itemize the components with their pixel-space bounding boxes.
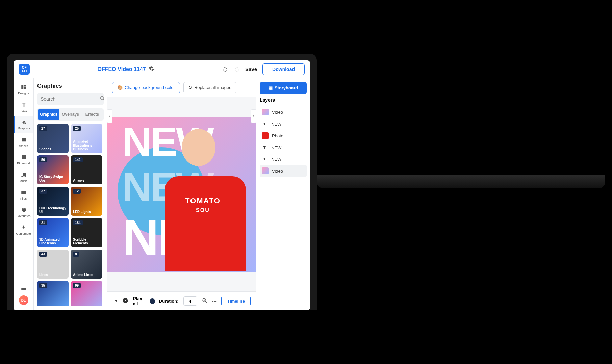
- graphics-card[interactable]: 213D Animated Line Icons: [37, 218, 69, 247]
- collapse-left-icon[interactable]: ‹: [107, 109, 112, 123]
- zoom-icon[interactable]: [202, 298, 207, 304]
- layer-item[interactable]: TNEW: [260, 142, 307, 153]
- layer-label: Video: [272, 168, 283, 174]
- card-count-badge: 21: [39, 220, 47, 225]
- layers-title: Layers: [260, 97, 307, 103]
- svg-point-0: [100, 96, 103, 99]
- timeline-button[interactable]: Timeline: [221, 296, 251, 306]
- layer-label: Video: [272, 110, 283, 115]
- card-count-badge: 184: [73, 220, 83, 225]
- card-count-badge: 37: [39, 189, 47, 194]
- nav-stocks[interactable]: Stocks: [14, 133, 33, 151]
- replace-images-button[interactable]: ↻ Replace all images: [183, 82, 236, 93]
- top-bar: OFEO OFFEO VIdeo 1147 Save Download: [14, 60, 310, 78]
- card-count-badge: 142: [73, 157, 83, 162]
- graphics-card[interactable]: 12LED Lights: [71, 187, 102, 216]
- search-icon: [100, 96, 105, 102]
- card-label: Lines: [39, 273, 67, 277]
- card-count-badge: 25: [73, 126, 81, 131]
- change-bg-button[interactable]: 🎨 Change background color: [112, 82, 180, 93]
- card-count-badge: 50: [39, 157, 47, 162]
- card-count-badge: 8: [73, 252, 79, 257]
- duration-label: Duration:: [159, 298, 179, 304]
- graphics-card[interactable]: 37HUD Technology UI: [37, 187, 69, 216]
- collapse-right-icon[interactable]: ›: [251, 109, 256, 123]
- card-count-badge: 99: [73, 283, 81, 288]
- app-logo[interactable]: OFEO: [19, 64, 30, 75]
- download-button[interactable]: Download: [262, 63, 305, 75]
- user-avatar[interactable]: DL: [19, 295, 28, 305]
- graphics-card[interactable]: 25Animated Illustrations Business: [71, 124, 102, 153]
- card-label: LED Lights: [73, 210, 100, 214]
- canvas-area: 🎨 Change background color ↻ Replace all …: [107, 78, 256, 310]
- title-area: OFFEO VIdeo 1147: [97, 66, 154, 73]
- nav-texts[interactable]: Texts: [14, 98, 33, 116]
- storyboard-icon: ▦: [269, 85, 273, 90]
- save-button[interactable]: Save: [245, 66, 257, 72]
- canvas-wrapper: ‹ › NEW NEW NEW TOMATOSOU: [107, 97, 256, 291]
- tab-graphics[interactable]: Graphics: [38, 109, 59, 120]
- layers-list: VideoTNEWPhotoTNEWTNEWVideo: [260, 106, 307, 177]
- card-count-badge: 12: [73, 189, 81, 194]
- tab-overlays[interactable]: Overlays: [59, 109, 81, 120]
- graphics-card[interactable]: 8Anime Lines: [71, 250, 102, 279]
- nav-graphics[interactable]: Graphics: [14, 116, 33, 133]
- palette-icon: 🎨: [117, 85, 123, 90]
- panel-title: Graphics: [37, 83, 104, 89]
- card-label: Arrows: [73, 179, 100, 182]
- layer-label: Photo: [272, 133, 283, 138]
- graphics-grid: 27Shapes25Animated Illustrations Busines…: [37, 124, 104, 306]
- more-icon[interactable]: •••: [212, 298, 217, 304]
- keyboard-icon[interactable]: [14, 283, 33, 295]
- nav-designs[interactable]: Designs: [14, 81, 33, 98]
- nav-background[interactable]: Bkground: [14, 151, 33, 168]
- project-title[interactable]: OFFEO VIdeo 1147: [97, 66, 146, 72]
- storyboard-button[interactable]: ▦ Storyboard: [260, 82, 307, 94]
- graphics-card[interactable]: 99: [71, 281, 102, 306]
- redo-icon[interactable]: [234, 66, 240, 72]
- card-label: Scribble Elements: [73, 238, 100, 245]
- video-icon: [262, 167, 269, 174]
- category-tabs: Graphics Overlays Effects: [37, 108, 104, 121]
- photo-icon: [262, 132, 269, 139]
- graphics-card[interactable]: 142Arrows: [71, 155, 102, 184]
- left-nav: Designs Texts Graphics Stocks Bkground M…: [14, 78, 34, 310]
- nav-music[interactable]: Music: [14, 168, 33, 186]
- graphics-card[interactable]: 50IG Story Swipe Ups: [37, 155, 69, 184]
- tab-effects[interactable]: Effects: [81, 109, 103, 120]
- layer-label: NEW: [271, 122, 281, 127]
- text-icon: T: [262, 121, 268, 127]
- text-icon: T: [262, 156, 268, 162]
- graphics-card[interactable]: 43Lines: [37, 250, 69, 279]
- nav-files[interactable]: Files: [14, 186, 33, 204]
- search-field[interactable]: [41, 96, 100, 102]
- layer-item[interactable]: Photo: [260, 130, 307, 142]
- graphics-card[interactable]: 184Scribble Elements: [71, 218, 102, 247]
- layer-item[interactable]: TNEW: [260, 153, 307, 165]
- layer-item[interactable]: Video: [260, 165, 307, 177]
- card-count-badge: 35: [39, 283, 47, 288]
- nav-geniemate[interactable]: Geniemate: [14, 221, 33, 239]
- layers-panel: ▦ Storyboard Layers VideoTNEWPhotoTNEWTN…: [256, 78, 310, 310]
- graphics-card[interactable]: 27Shapes: [37, 124, 69, 153]
- canvas[interactable]: NEW NEW NEW TOMATOSOU: [107, 117, 256, 272]
- undo-icon[interactable]: [222, 66, 228, 72]
- nav-favourites[interactable]: Favourites: [14, 204, 33, 221]
- layer-item[interactable]: Video: [260, 106, 307, 118]
- layer-label: NEW: [271, 145, 281, 150]
- canvas-photo[interactable]: TOMATOSOU: [161, 129, 256, 272]
- canvas-toolbar: 🎨 Change background color ↻ Replace all …: [107, 78, 256, 97]
- layer-label: NEW: [271, 157, 281, 162]
- play-all-label: Play all: [133, 296, 145, 306]
- graphics-card[interactable]: 35: [37, 281, 69, 306]
- duration-input[interactable]: 4: [183, 296, 197, 306]
- play-icon[interactable]: [122, 297, 128, 305]
- layer-item[interactable]: TNEW: [260, 118, 307, 130]
- prev-icon[interactable]: [113, 298, 118, 304]
- card-label: Animated Illustrations Business: [73, 140, 100, 151]
- search-input[interactable]: [37, 93, 104, 105]
- graphics-panel: Graphics Graphics Overlays Effects 27Sha…: [34, 78, 107, 310]
- card-label: IG Story Swipe Ups: [39, 175, 67, 182]
- gear-icon[interactable]: [149, 66, 155, 73]
- card-label: 3D Animated Line Icons: [39, 238, 67, 245]
